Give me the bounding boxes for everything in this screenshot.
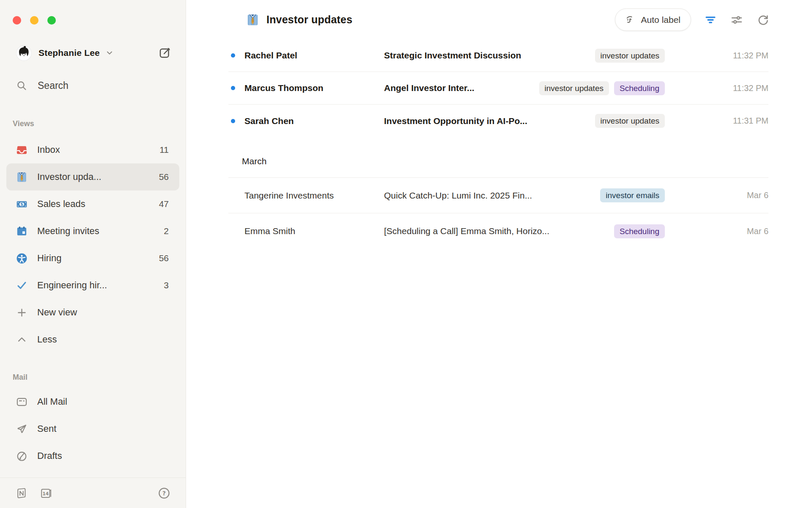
search-button[interactable]: Search (16, 76, 69, 95)
sidebar-item-sent[interactable]: Sent (6, 415, 179, 442)
sidebar-item-count: 11 (159, 145, 169, 155)
email-subject: Strategic Investment Discussion (384, 50, 595, 61)
email-subject: Angel Investor Inter... (384, 83, 539, 93)
notion-icon[interactable] (15, 487, 28, 500)
view-header: Investor updates Auto label (186, 0, 812, 39)
plus-icon (16, 307, 27, 318)
email-subject: Quick Catch-Up: Lumi Inc. 2025 Fin... (384, 190, 600, 201)
accessibility-icon (16, 253, 27, 264)
sidebar-item-less[interactable]: Less (6, 326, 179, 353)
filter-button[interactable] (704, 13, 717, 27)
send-icon (16, 423, 27, 435)
sidebar-section-label-mail: Mail (0, 368, 186, 387)
sidebar-item-count: 3 (164, 280, 169, 290)
necktie-icon (246, 13, 259, 27)
email-tag-scheduling[interactable]: Scheduling (614, 81, 665, 95)
sliders-icon (730, 13, 743, 27)
compose-button[interactable] (159, 47, 171, 59)
email-list: Rachel PatelStrategic Investment Discuss… (228, 39, 768, 249)
email-tag-investor-emails[interactable]: investor emails (600, 188, 665, 202)
svg-text:?: ? (162, 490, 166, 497)
refresh-icon (756, 13, 770, 27)
chevron-down-icon[interactable] (105, 48, 114, 58)
sidebar-item-investor-upda[interactable]: Investor upda...56 (6, 163, 179, 190)
sidebar-item-sales-leads[interactable]: $Sales leads47 (6, 190, 179, 218)
group-header: March (228, 137, 768, 178)
unread-indicator-column (228, 53, 244, 58)
money-icon: $ (16, 199, 27, 210)
calendar-icon (16, 226, 27, 237)
unread-indicator-column (228, 119, 244, 123)
email-group: Rachel PatelStrategic Investment Discuss… (228, 39, 768, 137)
unread-dot (231, 53, 235, 58)
sidebar-item-count: 2 (164, 226, 169, 236)
email-sender: Emma Smith (244, 226, 384, 236)
email-tags: Scheduling (614, 224, 665, 238)
sidebar-item-count: 56 (159, 253, 169, 263)
auto-label-button[interactable]: Auto label (615, 8, 691, 31)
inbox-icon (16, 144, 27, 156)
sidebar-footer: 14? (0, 478, 186, 508)
notion-calendar-icon[interactable]: 14 (40, 487, 52, 500)
close-button[interactable] (13, 16, 21, 25)
minimize-button[interactable] (30, 16, 38, 25)
unread-dot (231, 119, 235, 123)
sidebar: Stephanie Lee Search ViewsInbox11Investo… (0, 0, 186, 508)
email-time: Mar 6 (665, 190, 768, 200)
drafts-icon (16, 450, 27, 462)
sidebar-item-label: Less (37, 334, 57, 345)
display-settings-button[interactable] (730, 13, 743, 27)
user-name[interactable]: Stephanie Lee (38, 48, 100, 58)
sidebar-item-hiring[interactable]: Hiring56 (6, 245, 179, 272)
email-time: 11:31 PM (665, 116, 768, 126)
sidebar-item-label: Meeting invites (37, 226, 99, 237)
email-tag-investor-updates[interactable]: investor updates (595, 114, 665, 128)
email-time: 11:32 PM (665, 51, 768, 61)
email-row[interactable]: Rachel PatelStrategic Investment Discuss… (228, 39, 768, 72)
main-panel: Investor updates Auto label (186, 0, 812, 508)
profile-row: Stephanie Lee (16, 44, 171, 62)
sidebar-item-engineering-hir[interactable]: Engineering hir...3 (6, 272, 179, 299)
sidebar-item-all-mail[interactable]: All Mail (6, 388, 179, 415)
sidebar-item-label: New view (37, 307, 77, 318)
email-subject: [Scheduling a Call] Emma Smith, Horizo..… (384, 226, 614, 236)
email-time: 11:32 PM (665, 83, 768, 93)
email-row[interactable]: Sarah ChenInvestment Opportunity in AI-P… (228, 105, 768, 137)
email-row[interactable]: Tangerine InvestmentsQuick Catch-Up: Lum… (228, 178, 768, 213)
email-sender: Rachel Patel (244, 50, 384, 61)
email-tag-investor-updates[interactable]: investor updates (539, 81, 609, 95)
necktie-icon (16, 171, 27, 183)
email-tags: investor updatesScheduling (539, 81, 665, 95)
ai-face-icon (624, 14, 636, 26)
sidebar-item-label: Engineering hir... (37, 280, 107, 291)
sidebar-item-meeting-invites[interactable]: Meeting invites2 (6, 218, 179, 245)
email-tag-investor-updates[interactable]: investor updates (595, 49, 665, 63)
refresh-button[interactable] (756, 13, 770, 27)
email-row[interactable]: Marcus ThompsonAngel Investor Inter...in… (228, 72, 768, 105)
email-subject: Investment Opportunity in AI-Po... (384, 116, 595, 126)
sidebar-item-drafts[interactable]: Drafts (6, 442, 179, 469)
sidebar-item-label: All Mail (37, 396, 67, 407)
page-title: Investor updates (266, 14, 352, 26)
email-tags: investor emails (600, 188, 665, 202)
email-sender: Marcus Thompson (244, 83, 384, 93)
sidebar-item-new-view[interactable]: New view (6, 299, 179, 326)
zoom-button[interactable] (47, 16, 56, 25)
unread-indicator-column (228, 86, 244, 90)
sidebar-item-label: Inbox (37, 144, 60, 155)
email-sender: Tangerine Investments (244, 190, 384, 201)
email-row[interactable]: Emma Smith[Scheduling a Call] Emma Smith… (228, 213, 768, 249)
sidebar-item-inbox[interactable]: Inbox11 (6, 136, 179, 163)
help-icon[interactable]: ? (158, 487, 170, 500)
email-sender: Sarah Chen (244, 116, 384, 126)
email-group-march: MarchTangerine InvestmentsQuick Catch-Up… (228, 137, 768, 249)
mail-icon (16, 396, 27, 408)
unread-dot (231, 86, 235, 90)
email-tags: investor updates (595, 114, 665, 128)
avatar (16, 45, 32, 61)
sidebar-item-label: Sent (37, 423, 56, 434)
auto-label-label: Auto label (641, 15, 680, 25)
email-tags: investor updates (595, 49, 665, 63)
email-tag-scheduling[interactable]: Scheduling (614, 224, 665, 238)
check-icon (16, 280, 27, 291)
